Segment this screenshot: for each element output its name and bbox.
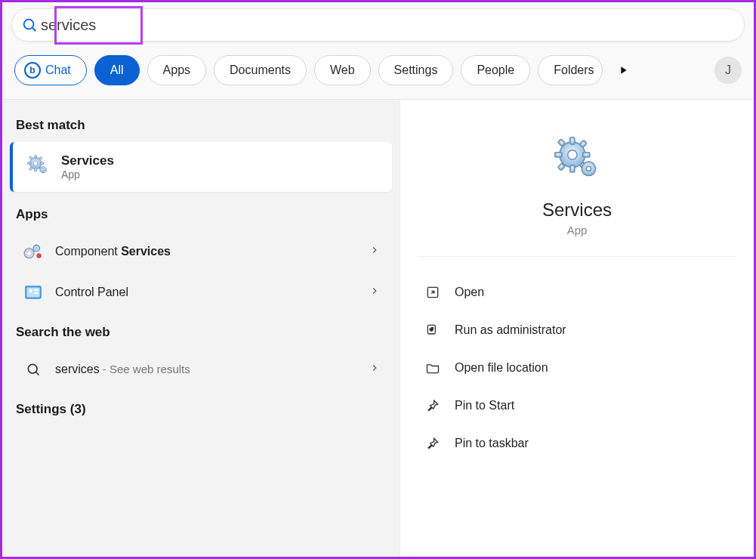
svg-point-11 [33, 161, 38, 165]
action-label: Open [455, 286, 484, 299]
section-best-match: Best match [10, 113, 392, 142]
svg-line-1 [32, 28, 35, 31]
filter-label: Settings [394, 63, 438, 77]
svg-point-36 [586, 166, 591, 171]
svg-point-15 [27, 252, 30, 255]
open-icon [424, 284, 441, 301]
filter-label: Folders [554, 63, 594, 77]
svg-rect-22 [34, 292, 38, 294]
filter-web[interactable]: Web [314, 55, 371, 85]
action-label: Run as administrator [455, 323, 566, 337]
results-panel: Best match [2, 100, 400, 557]
control-panel-icon [22, 281, 45, 304]
best-match-subtitle: App [61, 168, 114, 181]
svg-point-13 [42, 168, 45, 171]
component-services-icon [22, 240, 45, 263]
shield-icon [424, 322, 441, 338]
svg-line-24 [36, 372, 39, 375]
filter-all[interactable]: All [94, 55, 140, 85]
svg-point-17 [36, 253, 42, 258]
detail-panel: Services App Open Run as administrator [400, 100, 754, 557]
section-settings: Settings (3) [10, 397, 392, 426]
chevron-right-icon [369, 286, 380, 299]
search-icon [22, 358, 45, 381]
svg-rect-27 [570, 165, 575, 172]
filter-label: Documents [230, 63, 291, 77]
filter-settings[interactable]: Settings [378, 55, 454, 85]
search-input[interactable] [41, 17, 738, 34]
result-best-match[interactable]: Services App [10, 142, 392, 192]
filter-label: People [477, 63, 514, 77]
filter-folders[interactable]: Folders [538, 55, 602, 85]
svg-rect-6 [41, 162, 44, 165]
filter-documents[interactable]: Documents [214, 55, 307, 85]
section-apps: Apps [10, 202, 392, 231]
svg-rect-29 [583, 153, 590, 157]
svg-point-34 [568, 150, 577, 159]
result-label: Component Services [55, 245, 359, 258]
bing-icon: b [24, 62, 41, 79]
action-label: Pin to taskbar [455, 437, 529, 450]
svg-rect-5 [28, 162, 31, 165]
svg-point-0 [24, 20, 34, 29]
svg-rect-26 [570, 137, 575, 144]
search-icon [18, 14, 41, 36]
filter-label: Chat [45, 63, 71, 77]
services-gear-icon [25, 153, 51, 181]
pin-icon [424, 435, 441, 452]
filter-people[interactable]: People [461, 55, 530, 85]
svg-rect-3 [35, 156, 37, 159]
action-label: Open file location [455, 361, 548, 375]
search-bar[interactable] [11, 8, 745, 42]
folder-icon [424, 360, 441, 376]
services-gear-icon [549, 131, 605, 190]
action-pin-to-taskbar[interactable]: Pin to taskbar [418, 425, 736, 462]
filter-label: Apps [163, 63, 190, 77]
best-match-title: Services [61, 153, 114, 168]
detail-subtitle: App [567, 224, 588, 236]
result-label: services - See web results [55, 363, 359, 376]
user-avatar[interactable]: J [714, 57, 742, 84]
svg-rect-21 [34, 289, 38, 291]
section-search-web: Search the web [10, 320, 392, 349]
action-run-as-administrator[interactable]: Run as administrator [418, 311, 736, 349]
action-open-file-location[interactable]: Open file location [418, 349, 736, 387]
svg-rect-4 [35, 168, 37, 171]
filter-apps[interactable]: Apps [147, 55, 206, 85]
pin-icon [424, 397, 441, 414]
result-app-control-panel[interactable]: Control Panel [10, 272, 392, 313]
detail-title: Services [542, 199, 612, 221]
svg-rect-28 [555, 153, 562, 157]
chevron-right-icon [369, 245, 380, 258]
result-label: Control Panel [55, 286, 359, 299]
action-label: Pin to Start [455, 399, 514, 412]
action-pin-to-start[interactable]: Pin to Start [418, 387, 736, 425]
filters-scroll-right[interactable] [610, 57, 636, 83]
action-open[interactable]: Open [418, 273, 736, 311]
svg-point-23 [28, 364, 37, 373]
chevron-right-icon [369, 363, 380, 376]
svg-point-16 [33, 245, 40, 252]
filter-chat[interactable]: b Chat [14, 55, 87, 85]
result-app-component-services[interactable]: Component Services [10, 231, 392, 272]
filter-label: Web [330, 63, 355, 77]
avatar-initial: J [725, 63, 731, 77]
filter-label: All [110, 63, 124, 77]
result-web-search[interactable]: services - See web results [10, 349, 392, 390]
svg-point-20 [29, 289, 32, 292]
filter-row: b Chat All Apps Documents Web Settings P… [11, 42, 745, 99]
